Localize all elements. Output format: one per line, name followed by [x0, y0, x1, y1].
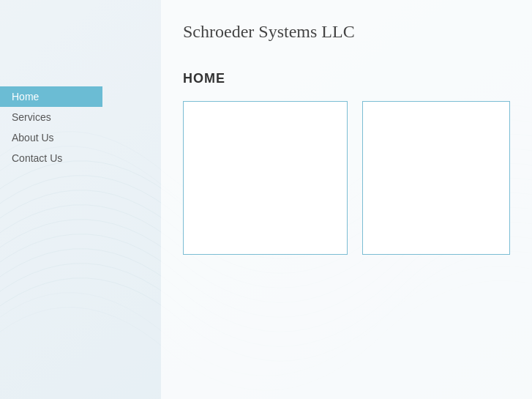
- content-boxes: [183, 101, 510, 255]
- sidebar-item-home[interactable]: Home: [0, 86, 102, 107]
- sidebar: Home Services About Us Contact Us: [0, 0, 161, 399]
- sidebar-item-about[interactable]: About Us: [0, 127, 102, 148]
- main-content: Schroeder Systems LLC HOME: [161, 0, 532, 399]
- sidebar-nav: Home Services About Us Contact Us: [0, 0, 161, 168]
- sidebar-item-services[interactable]: Services: [0, 107, 102, 127]
- sidebar-item-contact[interactable]: Contact Us: [0, 148, 102, 168]
- content-box-right: [362, 101, 510, 255]
- page-heading: HOME: [183, 71, 510, 86]
- site-title: Schroeder Systems LLC: [183, 15, 510, 42]
- page-wrapper: Home Services About Us Contact Us Schroe…: [0, 0, 532, 399]
- content-box-left: [183, 101, 348, 255]
